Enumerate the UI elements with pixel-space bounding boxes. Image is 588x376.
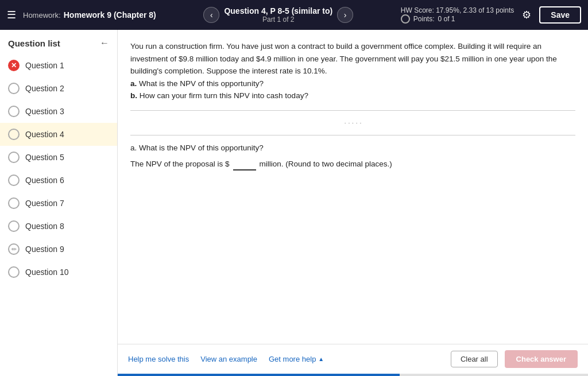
question-title: Question 4, P 8-5 (similar to) [224,6,332,15]
answer-prefix: The NPV of the proposal is $ [130,160,230,168]
sidebar-item-question-3[interactable]: Question 3 [0,100,117,123]
question-6-status-icon [8,175,20,186]
question-5-label: Question 5 [25,153,64,162]
question-6-label: Question 6 [25,176,64,185]
part-b-intro: b. How can your firm turn this NPV into … [130,91,308,100]
top-navigation: ☰ Homework: Homework 9 (Chapter 8) ‹ Que… [0,0,588,30]
answer-suffix: million. (Round to two decimal places.) [260,160,392,168]
question-1-label: Question 1 [25,61,64,70]
expand-dots[interactable]: · · · · · [130,119,575,127]
bottom-right: Clear all Check answer [451,350,578,368]
question-3-label: Question 3 [25,107,64,116]
sidebar-header: Question list ← [0,30,117,54]
question-10-label: Question 10 [25,268,69,277]
question-info: Question 4, P 8-5 (similar to) Part 1 of… [224,6,332,24]
hw-score-label: HW Score: 17.95%, 2.33 of 13 points [401,6,514,14]
question-body: You run a construction firm. You have ju… [118,30,588,344]
question-8-label: Question 8 [25,222,64,231]
answer-input[interactable] [233,158,256,170]
question-5-status-icon [8,152,20,163]
sidebar-item-question-2[interactable]: Question 2 [0,77,117,100]
view-example-link[interactable]: View an example [200,355,257,363]
check-answer-button[interactable]: Check answer [505,350,578,368]
sidebar-title: Question list [8,38,60,48]
get-more-help-label: Get more help [269,355,316,363]
chevron-up-icon: ▲ [318,356,324,362]
hw-score-container: HW Score: 17.95%, 2.33 of 13 points Poin… [401,6,514,24]
sidebar-item-question-4[interactable]: Question 4 [0,123,117,146]
question-7-status-icon [8,197,20,209]
question-2-status-icon [8,83,20,94]
question-1-status-icon: ✕ [8,60,20,71]
menu-icon[interactable]: ☰ [7,9,16,21]
sidebar-item-question-1[interactable]: ✕ Question 1 [0,54,117,77]
prev-question-button[interactable]: ‹ [203,7,219,23]
sidebar-item-question-10[interactable]: Question 10 [0,261,117,284]
question-9-label: Question 9 [25,245,64,254]
sidebar-item-question-8[interactable]: Question 8 [0,215,117,238]
question-3-status-icon [8,106,20,117]
help-me-solve-link[interactable]: Help me solve this [128,355,189,363]
question-4-status-icon [8,129,20,140]
sidebar-item-question-9[interactable]: ✏ Question 9 [0,238,117,261]
question-10-status-icon [8,266,20,278]
nav-center: ‹ Question 4, P 8-5 (similar to) Part 1 … [156,6,401,24]
question-4-label: Question 4 [25,130,64,139]
next-question-button[interactable]: › [337,7,353,23]
question-9-status-icon: ✏ [8,243,20,255]
sidebar-item-question-6[interactable]: Question 6 [0,169,117,192]
nav-right: HW Score: 17.95%, 2.33 of 13 points Poin… [401,6,581,24]
question-8-status-icon [8,220,20,232]
bottom-left: Help me solve this View an example Get m… [128,355,324,363]
question-7-label: Question 7 [25,199,64,208]
homework-title: Homework 9 (Chapter 8) [64,10,156,20]
progress-bar-fill [118,374,400,376]
save-button[interactable]: Save [539,6,581,24]
clear-all-button[interactable]: Clear all [451,351,498,367]
question-subtitle: Part 1 of 2 [224,15,332,24]
settings-icon[interactable]: ⚙ [522,9,531,21]
sidebar-item-question-7[interactable]: Question 7 [0,192,117,215]
bottom-bar: Help me solve this View an example Get m… [118,344,588,374]
divider [130,110,575,111]
collapse-sidebar-icon[interactable]: ← [100,38,109,48]
get-more-help-button[interactable]: Get more help ▲ [269,355,324,363]
question-2-label: Question 2 [25,84,64,93]
question-body-text: You run a construction firm. You have ju… [130,40,575,102]
progress-bar [118,374,588,376]
part-a-question: a. What is the NPV of this opportunity? [130,144,575,152]
points-container: Points: 0 of 1 [401,14,514,24]
question-list-sidebar: Question list ← ✕ Question 1 Question 2 … [0,30,118,376]
content-area: You run a construction firm. You have ju… [118,30,588,376]
sidebar-item-question-5[interactable]: Question 5 [0,146,117,169]
answer-line: The NPV of the proposal is $ million. (R… [130,158,575,170]
part-a-intro: a. What is the NPV of this opportunity? [130,79,264,88]
main-layout: Question list ← ✕ Question 1 Question 2 … [0,30,588,376]
divider-2 [130,135,575,135]
homework-label: Homework: [23,11,61,20]
points-circle-icon [401,14,410,24]
